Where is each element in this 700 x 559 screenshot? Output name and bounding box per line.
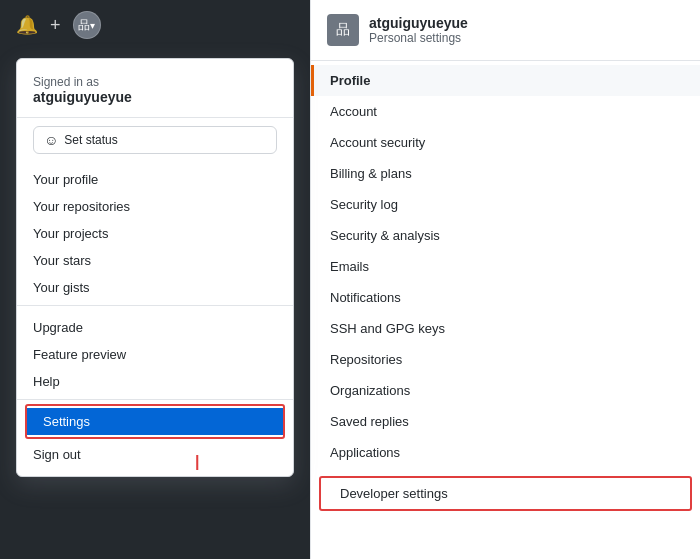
- nav-item-applications[interactable]: Applications: [311, 437, 700, 468]
- menu-item-upgrade[interactable]: Upgrade: [17, 314, 293, 341]
- menu-item-signout[interactable]: Sign out: [17, 441, 293, 468]
- signed-in-label: Signed in as: [33, 75, 277, 89]
- menu-item-your-profile[interactable]: Your profile: [17, 166, 293, 193]
- nav-item-account-security[interactable]: Account security: [311, 127, 700, 158]
- user-avatar-button[interactable]: 品 ▾: [73, 11, 101, 39]
- right-header-info: atguiguyueyue Personal settings: [369, 15, 468, 45]
- nav-item-account[interactable]: Account: [311, 96, 700, 127]
- right-avatar: 品: [327, 14, 359, 46]
- top-bar: 🔔 + 品 ▾: [0, 0, 310, 50]
- arrow-annotation: |: [195, 453, 199, 471]
- developer-settings-box: Developer settings: [319, 476, 692, 511]
- chevron-icon: ▾: [90, 20, 95, 31]
- personal-settings-label: Personal settings: [369, 31, 468, 45]
- nav-item-repositories[interactable]: Repositories: [311, 344, 700, 375]
- settings-nav: ProfileAccountAccount securityBilling & …: [311, 61, 700, 472]
- right-header: 品 atguiguyueyue Personal settings: [311, 0, 700, 61]
- right-username: atguiguyueyue: [369, 15, 468, 31]
- nav-item-emails[interactable]: Emails: [311, 251, 700, 282]
- notification-icon[interactable]: 🔔: [16, 14, 38, 36]
- profile-group: Your profile Your repositories Your proj…: [17, 162, 293, 306]
- misc-group: Upgrade Feature preview Help: [17, 310, 293, 400]
- right-panel: 品 atguiguyueyue Personal settings Profil…: [310, 0, 700, 559]
- nav-item-profile[interactable]: Profile: [311, 65, 700, 96]
- avatar-text: 品: [78, 17, 90, 34]
- nav-item-security-analysis[interactable]: Security & analysis: [311, 220, 700, 251]
- smiley-icon: ☺: [44, 132, 58, 148]
- set-status-button[interactable]: ☺ Set status: [33, 126, 277, 154]
- menu-item-your-projects[interactable]: Your projects: [17, 220, 293, 247]
- menu-item-settings[interactable]: Settings: [27, 408, 283, 435]
- nav-item-notifications[interactable]: Notifications: [311, 282, 700, 313]
- dropdown-menu: Signed in as atguiguyueyue ☺ Set status …: [16, 58, 294, 477]
- right-avatar-text: 品: [336, 21, 350, 39]
- set-status-label: Set status: [64, 133, 117, 147]
- menu-item-feature-preview[interactable]: Feature preview: [17, 341, 293, 368]
- plus-icon[interactable]: +: [50, 15, 61, 36]
- nav-item-organizations[interactable]: Organizations: [311, 375, 700, 406]
- nav-item-security-log[interactable]: Security log: [311, 189, 700, 220]
- menu-item-help[interactable]: Help: [17, 368, 293, 395]
- menu-item-your-repositories[interactable]: Your repositories: [17, 193, 293, 220]
- nav-item-saved-replies[interactable]: Saved replies: [311, 406, 700, 437]
- dropdown-header: Signed in as atguiguyueyue: [17, 67, 293, 118]
- left-panel: 🔔 + 品 ▾ Signed in as atguiguyueyue ☺ Set…: [0, 0, 310, 559]
- nav-item-ssh-gpg[interactable]: SSH and GPG keys: [311, 313, 700, 344]
- nav-item-developer-settings[interactable]: Developer settings: [321, 478, 690, 509]
- dropdown-username: atguiguyueyue: [33, 89, 277, 105]
- menu-item-your-gists[interactable]: Your gists: [17, 274, 293, 301]
- nav-item-billing[interactable]: Billing & plans: [311, 158, 700, 189]
- menu-item-your-stars[interactable]: Your stars: [17, 247, 293, 274]
- settings-box: Settings: [25, 404, 285, 439]
